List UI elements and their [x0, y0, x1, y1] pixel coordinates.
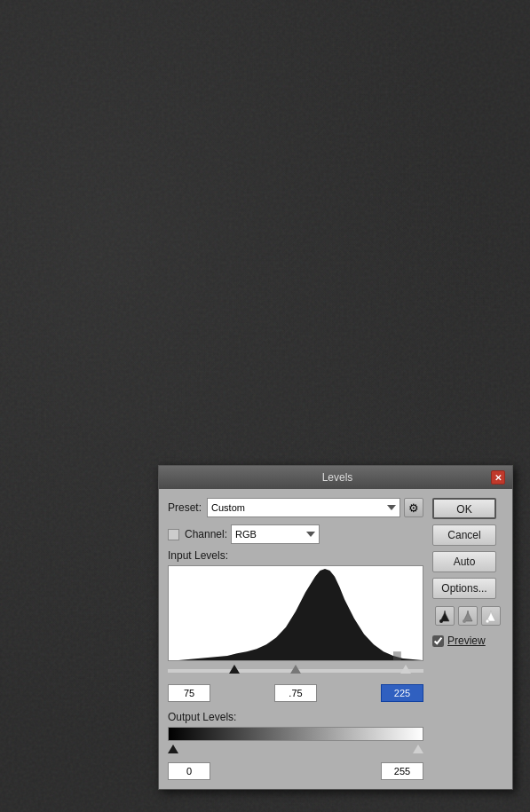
options-button[interactable]: Options...	[432, 578, 496, 599]
gray-eyedropper-button[interactable]	[458, 606, 478, 626]
preset-label: Preset:	[168, 501, 202, 514]
input-white-value[interactable]	[381, 684, 423, 702]
output-white-value[interactable]	[381, 762, 423, 780]
dialog-titlebar: Levels ✕	[159, 466, 512, 489]
input-sliders-row	[168, 663, 423, 679]
channel-label: Channel:	[185, 528, 227, 540]
midpoint-slider[interactable]	[290, 665, 301, 674]
output-levels-label: Output Levels:	[168, 711, 423, 723]
eyedropper-row	[432, 606, 503, 626]
black-eyedropper-button[interactable]	[435, 606, 455, 626]
preview-row: Preview	[432, 635, 503, 647]
svg-rect-1	[393, 651, 401, 660]
histogram-svg	[169, 566, 423, 660]
output-white-slider[interactable]	[413, 745, 423, 753]
close-button[interactable]: ✕	[491, 470, 505, 485]
black-point-slider[interactable]	[229, 665, 240, 674]
preset-row: Preset: Custom Default Increase Contrast…	[168, 498, 423, 517]
left-panel: Preset: Custom Default Increase Contrast…	[168, 498, 423, 780]
output-black-slider[interactable]	[168, 745, 178, 753]
channel-checkbox	[168, 529, 179, 540]
channel-row: Channel: RGB Red Green Blue	[168, 524, 423, 544]
dialog-body: Preset: Custom Default Increase Contrast…	[159, 489, 512, 789]
histogram-container	[168, 565, 423, 661]
input-levels-label: Input Levels:	[168, 549, 423, 562]
levels-dialog: Levels ✕ Preset: Custom Default Increase…	[158, 465, 513, 790]
white-eyedropper-button[interactable]	[481, 606, 501, 626]
svg-point-3	[463, 619, 466, 623]
right-panel: OK Cancel Auto Options...	[432, 498, 503, 780]
output-black-value[interactable]	[168, 762, 210, 780]
white-point-slider[interactable]	[400, 665, 411, 674]
dialog-title: Levels	[184, 471, 491, 484]
preset-select[interactable]: Custom Default Increase Contrast 1	[207, 498, 400, 517]
channel-select[interactable]: RGB Red Green Blue	[231, 524, 320, 544]
output-values-row	[168, 762, 423, 780]
input-mid-value[interactable]	[274, 684, 317, 702]
output-sliders-row	[168, 745, 423, 759]
cancel-button[interactable]: Cancel	[432, 524, 496, 546]
gear-button[interactable]: ⚙	[404, 498, 423, 517]
preview-label[interactable]: Preview	[447, 635, 486, 647]
input-values-row	[168, 684, 423, 702]
preview-checkbox[interactable]	[432, 635, 444, 647]
svg-point-2	[439, 619, 443, 623]
svg-point-4	[486, 619, 489, 623]
output-gradient	[168, 727, 423, 741]
auto-button[interactable]: Auto	[432, 551, 496, 572]
ok-button[interactable]: OK	[432, 498, 496, 519]
input-black-value[interactable]	[168, 684, 210, 702]
